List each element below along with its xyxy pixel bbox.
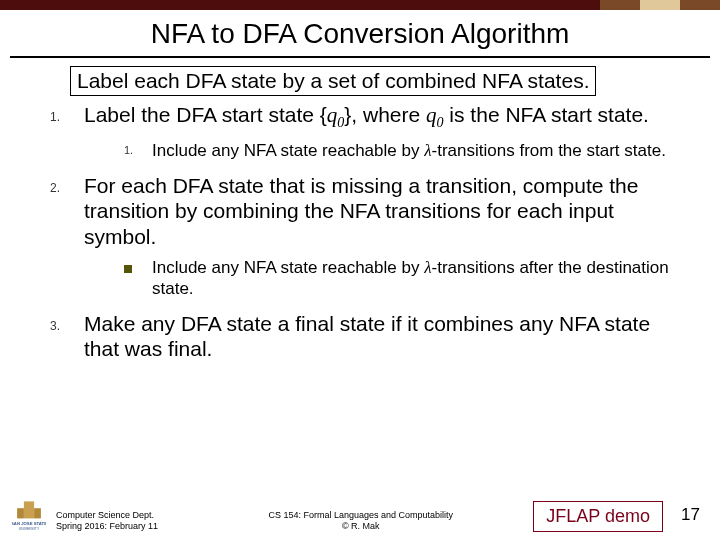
svg-rect-1 [17,508,24,518]
list-item: 1. Label the DFA start state {q0}, where… [50,102,680,163]
top-stripe [0,0,720,10]
footer-course: CS 154: Formal Languages and Computabili… [218,510,503,532]
footer-dept: Computer Science Dept. Spring 2016: Febr… [56,510,158,532]
sub-text: Include any NFA state reachable by [152,258,424,277]
sub-marker: 1. [124,140,152,161]
svg-rect-2 [34,508,41,518]
sub-text: Include any NFA state reachable by [152,141,424,160]
sub-item: Include any NFA state reachable by λ-tra… [124,257,680,300]
item-body: For each DFA state that is missing a tra… [84,173,680,301]
item-text: Label the DFA start state { [84,103,327,126]
sjsu-logo: SAN JOSE STATE UNIVERSITY [12,498,46,532]
footer: SAN JOSE STATE UNIVERSITY Computer Scien… [0,498,720,534]
item-text: Make any DFA state a final state if it c… [84,312,650,360]
item-body: Label the DFA start state {q0}, where q0… [84,102,680,163]
item-text: is the NFA start state. [444,103,649,126]
item-text: For each DFA state that is missing a tra… [84,174,638,247]
item-marker: 1. [50,102,84,163]
jflap-demo-link[interactable]: JFLAP demo [533,501,663,532]
sub-marker-square [124,257,152,300]
lambda-symbol: λ [424,258,431,277]
footer-course-line2: © R. Mak [218,521,503,532]
item-marker: 2. [50,173,84,301]
footer-dept-line1: Computer Science Dept. [56,510,158,521]
stripe-seg-light [640,0,680,10]
sub-text: -transitions from the start state. [432,141,666,160]
footer-course-line1: CS 154: Formal Languages and Computabili… [218,510,503,521]
sub-text-body: Include any NFA state reachable by λ-tra… [152,140,680,161]
item-body: Make any DFA state a final state if it c… [84,311,680,361]
item-marker: 3. [50,311,84,361]
main-list: 1. Label the DFA start state {q0}, where… [50,102,680,362]
var-q: q [426,103,437,127]
var-sub: 0 [437,115,444,130]
svg-text:SAN JOSE STATE: SAN JOSE STATE [12,521,46,526]
intro-box: Label each DFA state by a set of combine… [70,66,596,96]
sub-text-body: Include any NFA state reachable by λ-tra… [152,257,680,300]
stripe-seg-dark [600,0,640,10]
svg-text:UNIVERSITY: UNIVERSITY [19,527,40,531]
list-item: 2. For each DFA state that is missing a … [50,173,680,301]
list-item: 3. Make any DFA state a final state if i… [50,311,680,361]
lambda-symbol: λ [424,141,431,160]
stripe-seg-dark2 [680,0,720,10]
var-q: q [327,103,338,127]
page-number: 17 [681,505,700,525]
content: Label each DFA state by a set of combine… [0,66,720,362]
svg-rect-0 [24,501,34,518]
footer-dept-line2: Spring 2016: February 11 [56,521,158,532]
sub-item: 1. Include any NFA state reachable by λ-… [124,140,680,161]
item-text: }, where [344,103,426,126]
page-title: NFA to DFA Conversion Algorithm [10,10,710,58]
